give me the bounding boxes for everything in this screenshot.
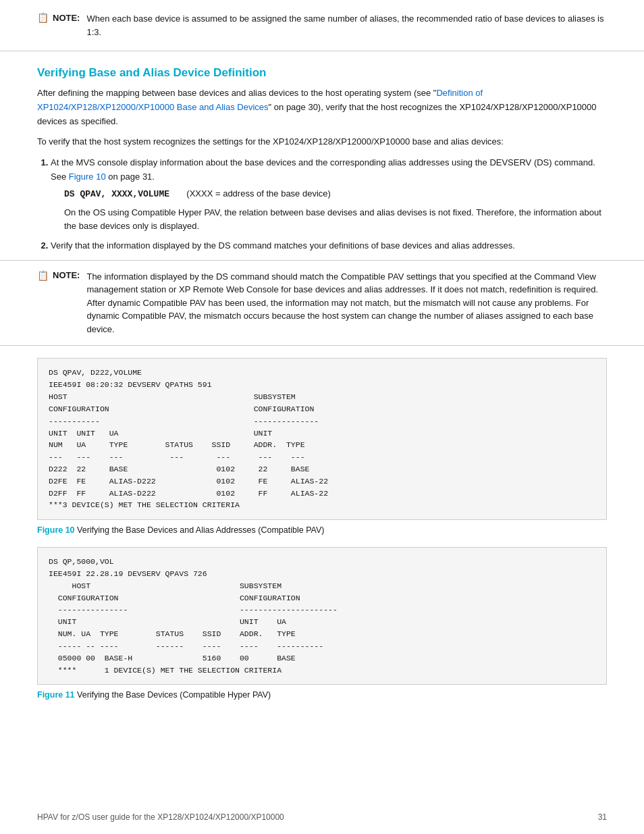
content-area: After defining the mapping between base … xyxy=(0,86,644,253)
section-heading: Verifying Base and Alias Device Definiti… xyxy=(0,51,644,86)
figure11-label: Figure 11 xyxy=(37,690,75,700)
para2: To verify that the host system recognize… xyxy=(37,135,607,149)
figure11-caption-text: Verifying the Base Devices (Compatible H… xyxy=(77,690,271,700)
top-note-text: When each base device is assumed to be a… xyxy=(86,12,607,38)
top-note-label: 📋 NOTE: xyxy=(37,12,80,23)
step1-code-block: DS QPAV, XXXX,VOLUME (XXXX = address of … xyxy=(64,187,607,202)
footer-left: HPAV for z/OS user guide for the XP128/X… xyxy=(37,812,284,822)
para1: After defining the mapping between base … xyxy=(37,86,607,128)
page: 📋 NOTE: When each base device is assumed… xyxy=(0,0,644,834)
code-box-1: DS QPAV, D222,VOLUME IEE459I 08:20:32 DE… xyxy=(37,358,607,520)
step2-item: Verify that the information displayed by… xyxy=(51,239,607,253)
top-note-section: 📋 NOTE: When each base device is assumed… xyxy=(0,0,644,51)
footer-page-number: 31 xyxy=(598,812,607,822)
ds-command: DS QPAV, XXXX,VOLUME xyxy=(64,189,169,199)
note-icon: 📋 xyxy=(37,12,49,23)
figure10-caption: Figure 10 Verifying the Base Devices and… xyxy=(37,525,607,535)
figure10-link[interactable]: Figure 10 xyxy=(69,172,106,182)
bottom-note-label: 📋 NOTE: xyxy=(37,270,80,281)
figure11-caption: Figure 11 Verifying the Base Devices (Co… xyxy=(37,690,607,700)
bottom-note-section: 📋 NOTE: The information displayed by the… xyxy=(0,260,644,346)
steps-list: At the MVS console display information a… xyxy=(37,156,607,253)
top-note-row: 📋 NOTE: When each base device is assumed… xyxy=(37,12,607,38)
code-box-2: DS QP,5000,VOL IEE459I 22.28.19 DEVSERV … xyxy=(37,547,607,685)
bottom-note-icon: 📋 xyxy=(37,270,49,281)
figure10-caption-text: Verifying the Base Devices and Alias Add… xyxy=(77,525,324,535)
bottom-note-row: 📋 NOTE: The information displayed by the… xyxy=(37,270,607,336)
ds-command-note: (XXXX = address of the base device) xyxy=(186,188,331,199)
bottom-note-text: The information displayed by the DS comm… xyxy=(86,270,607,336)
footer: HPAV for z/OS user guide for the XP128/X… xyxy=(0,812,644,822)
definition-link[interactable]: Definition of XP1024/XP128/XP12000/XP100… xyxy=(37,88,483,112)
step1-item: At the MVS console display information a… xyxy=(51,156,607,234)
step1-subpara: On the OS using Compatible Hyper PAV, th… xyxy=(64,206,607,234)
figure10-label: Figure 10 xyxy=(37,525,75,535)
